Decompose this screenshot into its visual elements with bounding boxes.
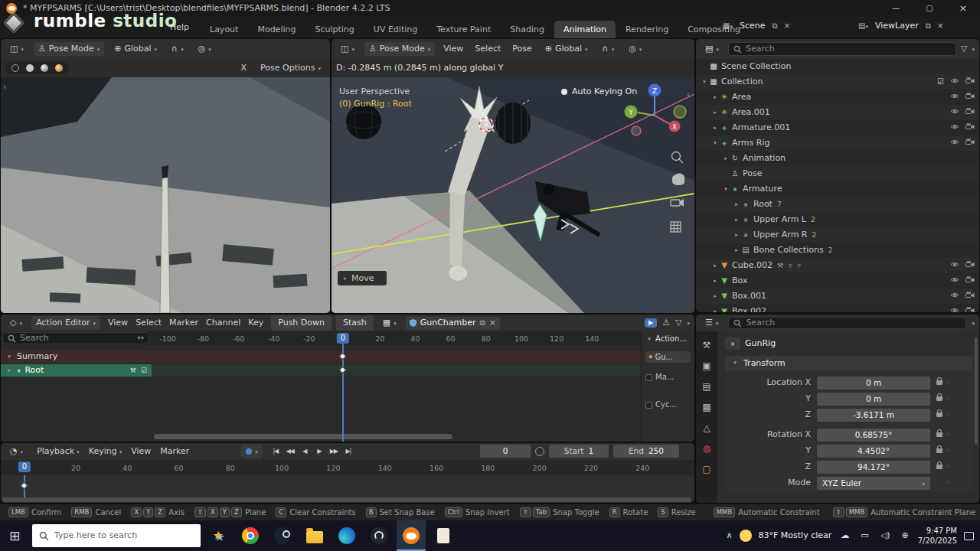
notepad-icon[interactable] <box>429 520 458 551</box>
lock-icon[interactable] <box>936 396 942 401</box>
current-frame-field[interactable]: 0 <box>480 445 531 458</box>
weather-text[interactable]: 83°F Mostly clear <box>759 530 832 540</box>
disclosure-arrow-icon[interactable]: ▸ <box>733 247 740 253</box>
hide-eye-icon[interactable] <box>950 122 959 132</box>
vertical-scrollbar[interactable] <box>975 337 978 445</box>
value-field[interactable]: -3.6171 m <box>817 409 930 422</box>
transport-button[interactable]: |◀ <box>269 445 283 458</box>
render-visibility-camera-icon[interactable] <box>965 276 975 285</box>
channel-root-row[interactable]: ▸ ⚹ Root ⚒ ☑ <box>1 364 641 377</box>
file-explorer-icon[interactable] <box>300 520 329 551</box>
operator-expand-icon[interactable]: ▸ <box>344 275 347 282</box>
value-field[interactable]: 4.4502° <box>817 445 930 458</box>
gizmo-z-label[interactable]: Z <box>652 87 657 95</box>
options-caret-icon[interactable] <box>972 318 975 328</box>
disclosure-arrow-icon[interactable]: ▸ <box>733 217 740 223</box>
outliner-row[interactable]: ▸ ☀ Area.001 ☑ <box>696 105 979 120</box>
dopesheet-mode-selector[interactable]: Action Editor <box>31 316 100 329</box>
outliner-row[interactable]: ▾ ▦ Collection ☑ <box>696 74 979 90</box>
pose-options-dropdown[interactable]: Pose Options <box>256 61 325 74</box>
editor-type-button[interactable]: ▤ <box>701 42 724 55</box>
menu-view[interactable]: View <box>440 44 466 54</box>
object-name[interactable]: GunRig <box>745 338 776 348</box>
horizontal-scrollbar[interactable] <box>2 497 691 502</box>
checkbox-icon[interactable] <box>645 374 652 381</box>
browse-scene-icon[interactable]: ▦ <box>720 21 735 31</box>
lock-icon[interactable] <box>936 412 942 417</box>
animate-decorator-icon[interactable]: ◦ <box>942 446 955 455</box>
menu-pose[interactable]: Pose <box>509 44 534 54</box>
properties-tab[interactable]: ▢ <box>697 461 716 477</box>
new-viewlayer-icon[interactable]: ⧉ <box>923 21 933 31</box>
properties-tab[interactable]: △ <box>697 420 716 435</box>
channel-search[interactable]: Search ↔ <box>2 332 149 344</box>
menu-item[interactable]: Key <box>245 318 266 328</box>
keying-ghost-icon[interactable] <box>535 447 544 456</box>
viewport-left-canvas[interactable]: ‹ <box>1 77 330 313</box>
disclosure-arrow-icon[interactable]: ▸ <box>711 125 719 131</box>
properties-tab[interactable]: ▤ <box>697 379 716 394</box>
animate-decorator-icon[interactable]: ◦ <box>942 394 955 403</box>
workspace-tab[interactable]: Animation <box>554 21 616 38</box>
menu-select[interactable]: Select <box>472 44 504 54</box>
start-button[interactable]: ⊞ <box>0 520 29 551</box>
snap-toggle[interactable]: ∩ <box>167 42 188 55</box>
browse-action-icon[interactable]: ▦ <box>378 316 401 329</box>
push-down-button[interactable]: Push Down <box>271 315 332 330</box>
disclosure-arrow-icon[interactable]: ▸ <box>711 262 719 269</box>
onedrive-cloud-icon[interactable]: ☁ <box>841 530 849 540</box>
unlink-action-icon[interactable]: × <box>489 318 496 328</box>
properties-tab[interactable]: ▣ <box>697 358 716 373</box>
outliner-row[interactable]: ▾ ⚹ Arms Rig ☑ <box>696 135 979 151</box>
render-visibility-camera-icon[interactable] <box>965 77 975 86</box>
horizontal-scrollbar[interactable] <box>154 434 452 439</box>
current-frame-badge[interactable]: 0 <box>18 461 31 472</box>
transport-button[interactable]: ▶▶ <box>327 445 341 458</box>
network-icon[interactable]: ⊕ <box>902 530 909 540</box>
hide-eye-icon[interactable] <box>950 306 959 312</box>
region-collapse-icon[interactable]: ‹ <box>3 82 6 92</box>
filter-funnel-icon[interactable]: ▽ <box>675 318 681 328</box>
frame-start-field[interactable]: Start1 <box>549 445 609 458</box>
current-frame-badge[interactable]: 0 <box>337 333 349 344</box>
animate-decorator-icon[interactable]: ◦ <box>942 478 955 487</box>
obs-icon[interactable] <box>364 520 394 551</box>
gizmo-x-label[interactable]: X <box>672 124 677 131</box>
proportional-edit-toggle[interactable]: ◎ <box>624 42 646 55</box>
workspace-tab[interactable]: UV Editing <box>364 21 426 38</box>
expand-icon[interactable]: ▸ <box>5 367 13 373</box>
auto-keying-button[interactable] <box>241 445 263 458</box>
transport-button[interactable]: ▶ <box>312 445 326 458</box>
value-field[interactable]: 0 m <box>817 377 930 390</box>
battery-icon[interactable]: ▭ <box>861 530 868 540</box>
workspace-tab[interactable]: Layout <box>201 21 247 38</box>
outliner-row[interactable]: ▾ ⚹ Armature ☑ <box>696 181 979 197</box>
menu-item[interactable]: View <box>105 318 131 328</box>
menu-item[interactable]: View <box>128 446 154 456</box>
lock-icon[interactable] <box>936 432 942 437</box>
blender-taskbar-icon[interactable] <box>397 520 426 551</box>
workspace-tab[interactable]: Shading <box>501 21 554 38</box>
editor-type-button[interactable]: ◫ <box>336 42 359 55</box>
disclosure-arrow-icon[interactable]: ▸ <box>733 201 740 207</box>
wireframe-shading-icon[interactable] <box>11 64 19 72</box>
action-name-field[interactable]: GunChamber ⧉ × <box>406 317 500 330</box>
channel-summary-row[interactable]: ▾Summary <box>1 350 641 363</box>
editor-type-button[interactable]: ◫ <box>5 42 28 55</box>
transport-button[interactable]: ▶| <box>341 445 355 458</box>
sphere-object[interactable] <box>346 104 381 139</box>
close-button[interactable]: × <box>946 0 980 17</box>
lock-icon[interactable] <box>936 448 942 453</box>
menu-item[interactable]: Keying <box>86 446 125 456</box>
editor-type-button[interactable]: ◇ <box>5 316 27 329</box>
hide-eye-icon[interactable] <box>950 138 959 148</box>
expand-icon[interactable]: ▾ <box>5 354 13 360</box>
taskbar-search[interactable]: Type here to search <box>32 524 201 547</box>
outliner-row[interactable]: ▸ ↻ Animation ☑ <box>696 151 979 166</box>
workspace-tab[interactable]: Modeling <box>248 21 305 38</box>
xray-toggle[interactable]: X <box>237 61 252 74</box>
new-scene-icon[interactable]: ⧉ <box>770 21 780 31</box>
outliner-row[interactable]: ▸ ▼ Box.002 ☑ <box>696 304 979 312</box>
wrench-icon[interactable]: ⚒ <box>130 367 136 375</box>
outliner-search[interactable]: Search <box>728 42 956 56</box>
